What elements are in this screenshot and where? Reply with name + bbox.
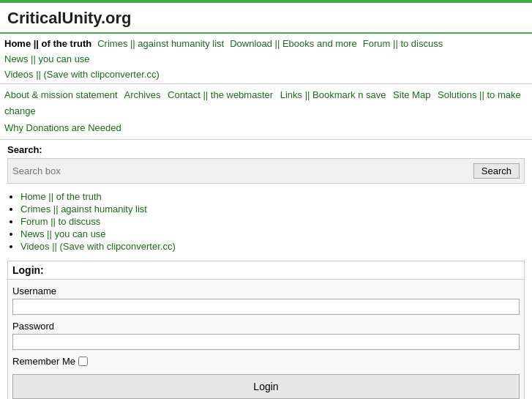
username-input[interactable] xyxy=(12,299,520,315)
nav-videos-item: Videos || (Save with clipconverter.cc) xyxy=(4,69,160,80)
nav-primary: Home || of the truth Crimes || against h… xyxy=(0,34,532,84)
list-item: Videos || (Save with clipconverter.cc) xyxy=(20,241,525,252)
nav-videos-link[interactable]: Videos || (Save with clipconverter.cc) xyxy=(4,69,160,80)
username-label: Username xyxy=(12,286,520,297)
remember-checkbox[interactable] xyxy=(78,357,88,366)
list-item: Crimes || against humanity list xyxy=(20,204,525,215)
nav-forum-item: Forum || to discuss xyxy=(363,37,443,52)
header: CriticalUnity.org xyxy=(0,3,532,34)
list-item: News || you can use xyxy=(20,228,525,239)
login-button-row: Login xyxy=(12,374,520,399)
nav-crimes-item: Crimes || against humanity list xyxy=(97,37,224,52)
nav-secondary: About & mission statement Archives Conta… xyxy=(0,84,532,139)
content: Search: Search Home || of the truth Crim… xyxy=(0,140,532,399)
nav-download-item: Download || Ebooks and more xyxy=(230,37,357,52)
nav-archives-link[interactable]: Archives xyxy=(124,89,161,100)
login-button[interactable]: Login xyxy=(12,374,520,399)
nav-crimes-link[interactable]: Crimes || against humanity list xyxy=(97,38,224,49)
list-news-link[interactable]: News || you can use xyxy=(20,228,106,239)
nav-sitemap-link[interactable]: Site Map xyxy=(393,89,430,100)
nav-links-link[interactable]: Links || Bookmark n save xyxy=(280,89,386,100)
login-body: Username Password Remember Me Login xyxy=(8,280,524,399)
list-forum-link[interactable]: Forum || to discuss xyxy=(20,216,100,227)
links-list: Home || of the truth Crimes || against h… xyxy=(7,191,525,252)
nav-forum-link[interactable]: Forum || to discuss xyxy=(363,38,443,49)
nav-contact-link[interactable]: Contact || the webmaster xyxy=(168,89,273,100)
list-item: Forum || to discuss xyxy=(20,216,525,227)
login-heading: Login: xyxy=(8,261,524,280)
search-input[interactable] xyxy=(12,165,473,176)
password-input[interactable] xyxy=(12,334,520,350)
nav-about-link[interactable]: About & mission statement xyxy=(4,89,118,100)
list-videos-link[interactable]: Videos || (Save with clipconverter.cc) xyxy=(20,241,176,252)
list-crimes-link[interactable]: Crimes || against humanity list xyxy=(20,204,147,215)
search-label: Search: xyxy=(7,144,525,155)
nav-news-item: News || you can use xyxy=(4,52,90,67)
nav-download-link[interactable]: Download || Ebooks and more xyxy=(230,38,357,49)
search-row: Search xyxy=(7,158,525,184)
remember-label: Remember Me xyxy=(12,356,75,367)
nav-home-link[interactable]: Home || of the truth xyxy=(4,38,91,49)
list-item: Home || of the truth xyxy=(20,191,525,202)
password-label: Password xyxy=(12,321,520,332)
remember-row: Remember Me xyxy=(12,356,520,367)
nav-donations-link[interactable]: Why Donations are Needed xyxy=(4,122,121,133)
search-button[interactable]: Search xyxy=(473,163,520,179)
list-home-link[interactable]: Home || of the truth xyxy=(20,191,102,202)
login-section: Login: Username Password Remember Me Log… xyxy=(7,261,525,399)
nav-news-link[interactable]: News || you can use xyxy=(4,53,90,64)
nav-home-bold: Home || of the truth xyxy=(4,37,91,52)
site-title: CriticalUnity.org xyxy=(7,9,525,28)
